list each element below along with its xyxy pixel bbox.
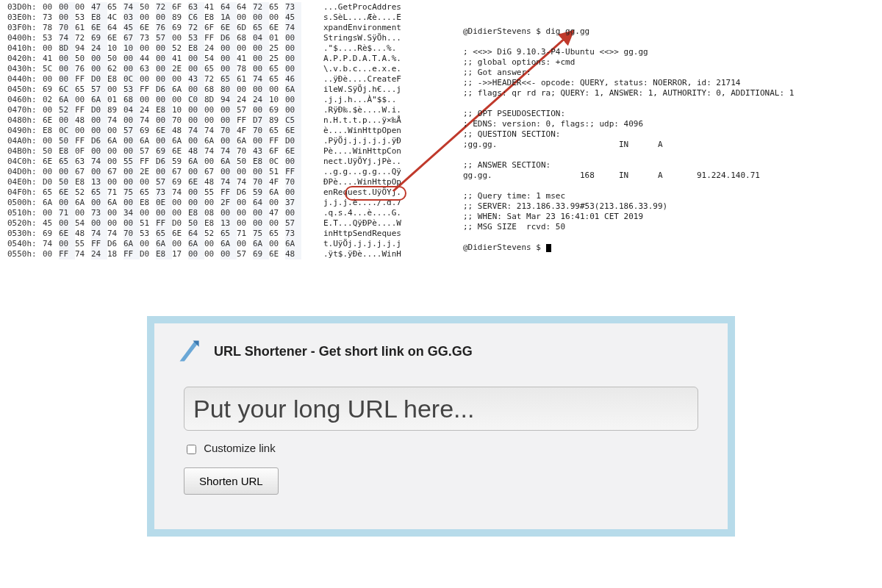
- hex-ascii: E.T...QÿÐPè....W: [323, 218, 434, 229]
- hex-row: 0430h:5C007600620063002E00650078006500\.…: [7, 64, 448, 74]
- terminal-line: [463, 232, 875, 243]
- terminal-line: ;; QUESTION SECTION:: [463, 129, 875, 140]
- hex-bytes: D050E81300000057696E487474704F70: [43, 177, 323, 187]
- hex-address: 0550h:: [7, 249, 43, 259]
- ggg-logo-icon: [176, 338, 203, 365]
- hex-ascii: j.j.j.è..../.d.7: [323, 198, 434, 208]
- terminal-line: [463, 37, 875, 47]
- hex-ascii: è....WinHttpOpen: [323, 126, 434, 136]
- hex-row: 0500h:6A006A006A00E80E0000002F00640037j.…: [7, 198, 448, 208]
- shortener-title: URL Shortener - Get short link on GG.GG: [214, 344, 473, 359]
- hex-ascii: n.H.t.t.p...ÿ×‰Å: [323, 115, 434, 126]
- hex-address: 04D0h:: [7, 167, 43, 177]
- hex-ascii: ..ÿÐè....CreateF: [323, 74, 434, 85]
- hex-bytes: 0000670067002E0067006700000051FF: [43, 167, 323, 177]
- hex-bytes: 0000FFD0E80C00000043726561746546: [43, 74, 323, 85]
- customize-link-option[interactable]: Customize link: [184, 442, 276, 454]
- hex-ascii: .ÿt$.ÿÐè....WinH: [323, 249, 434, 259]
- terminal-line: ;; flags: qr rd ra; QUERY: 1, ANSWER: 1,…: [463, 88, 875, 98]
- hex-ascii: .RÿÐ‰.$è....W.i.: [323, 105, 434, 115]
- hex-ascii: ÐPè....WinHttpOp: [323, 177, 434, 187]
- hex-row: 03E0h:730053E84C03000089C6E81A00000045s.…: [7, 12, 448, 23]
- hex-dump-panel: 03D0h:00000047657450726F63416464726573..…: [7, 2, 448, 259]
- terminal-line: ; EDNS: version: 0, flags:; udp: 4096: [463, 119, 875, 129]
- hex-row: 0460h:026A006A0168000000C08D9424241000.j…: [7, 95, 448, 105]
- terminal-line: @DidierStevens $ dig gg.gg: [463, 26, 875, 37]
- hex-row: 0410h:008D94241010000052E8240000002500."…: [7, 43, 448, 54]
- hex-bytes: 0052FFD0890424E81000000057006900: [43, 105, 323, 115]
- hex-address: 04A0h:: [7, 136, 43, 146]
- hex-bytes: 5C007600620063002E00650078006500: [43, 64, 323, 74]
- terminal-line: ;; ANSWER SECTION:: [463, 160, 875, 171]
- hex-ascii: .q.s.4...è....G.: [323, 208, 434, 218]
- hex-ascii: .PÿÖj.j.j.j.j.ÿÐ: [323, 136, 434, 146]
- hex-bytes: 50E80F00000057696E48747470436F6E: [43, 146, 323, 157]
- terminal-cursor: [546, 244, 551, 252]
- hex-ascii: s.SèL....Æè....E: [323, 12, 434, 23]
- hex-address: 0450h:: [7, 85, 43, 95]
- hex-row: 0530h:696E4874747053656E64526571756573in…: [7, 229, 448, 239]
- hex-address: 0400h:: [7, 33, 43, 43]
- hex-bytes: 00FF742418FFD0E81700000057696E48: [43, 249, 323, 259]
- hex-address: 0420h:: [7, 54, 43, 64]
- hex-ascii: inHttpSendReques: [323, 229, 434, 239]
- hex-address: 03D0h:: [7, 2, 43, 12]
- hex-address: 0440h:: [7, 74, 43, 85]
- hex-address: 0540h:: [7, 239, 43, 249]
- customize-link-checkbox[interactable]: [187, 445, 196, 454]
- hex-bytes: 007100730034000000E8080000004700: [43, 208, 323, 218]
- terminal-line: [463, 150, 875, 160]
- hex-bytes: 6E0048007400740070000000FFD789C5: [43, 115, 323, 126]
- hex-ascii: xpandEnvironment: [323, 23, 434, 33]
- terminal-line: ;gg.gg. IN A: [463, 140, 875, 150]
- hex-bytes: 0050FFD66A006A006A006A006A00FFD0: [43, 136, 323, 146]
- hex-ascii: .j.j.h...À"$$..: [323, 95, 434, 105]
- terminal-line: ;; global options: +cmd: [463, 57, 875, 68]
- hex-bytes: 696E4874747053656E64526571756573: [43, 229, 323, 239]
- hex-row: 04C0h:6E6563740055FFD6596A006A50E80C00ne…: [7, 157, 448, 167]
- terminal-line: ;; SERVER: 213.186.33.99#53(213.186.33.9…: [463, 201, 875, 212]
- hex-row: 0520h:45005400000051FFD050E81300000057E.…: [7, 218, 448, 229]
- hex-address: 0470h:: [7, 105, 43, 115]
- hex-ascii: StringsW.SÿÖh...: [323, 33, 434, 43]
- hex-address: 04B0h:: [7, 146, 43, 157]
- hex-bytes: 740055FFD66A006A006A006A006A006A: [43, 239, 323, 249]
- hex-bytes: 537472696E6773570053FFD668040100: [43, 33, 323, 43]
- hex-bytes: 026A006A0168000000C08D9424241000: [43, 95, 323, 105]
- hex-row: 0420h:41005000500044004100540041002500A.…: [7, 54, 448, 64]
- hex-row: 0470h:0052FFD0890424E81000000057006900.R…: [7, 105, 448, 115]
- hex-ascii: ."$....Rè$...%.: [323, 43, 434, 54]
- url-shortener-card: URL Shortener - Get short link on GG.GG …: [147, 316, 735, 537]
- hex-row: 04A0h:0050FFD66A006A006A006A006A00FFD0.P…: [7, 136, 448, 146]
- terminal-output: @DidierStevens $ dig gg.gg ; <<>> DiG 9.…: [463, 26, 875, 253]
- hex-address: 0530h:: [7, 229, 43, 239]
- hex-bytes: 730053E84C03000089C6E81A00000045: [43, 12, 323, 23]
- terminal-line: ;; OPT PSEUDOSECTION:: [463, 109, 875, 119]
- terminal-line: @DidierStevens $: [463, 243, 875, 253]
- shorten-url-button[interactable]: Shorten URL: [184, 467, 279, 495]
- hex-address: 04E0h:: [7, 177, 43, 187]
- hex-address: 0520h:: [7, 218, 43, 229]
- hex-row: 04D0h:0000670067002E0067006700000051FF..…: [7, 167, 448, 177]
- hex-address: 03F0h:: [7, 23, 43, 33]
- hex-row: 04F0h:656E526571756573740055FFD6596A00en…: [7, 187, 448, 198]
- hex-ascii: A.P.P.D.A.T.A.%.: [323, 54, 434, 64]
- shortener-header: URL Shortener - Get short link on GG.GG: [154, 323, 728, 372]
- hex-ascii: nect.UÿÖYj.jPè..: [323, 157, 434, 167]
- hex-row: 0540h:740055FFD66A006A006A006A006A006At.…: [7, 239, 448, 249]
- hex-ascii: \.v.b.c...e.x.e.: [323, 64, 434, 74]
- hex-row: 0400h:537472696E6773570053FFD668040100St…: [7, 33, 448, 43]
- hex-row: 0450h:696C65570053FFD66A0068800000006Ail…: [7, 85, 448, 95]
- hex-ascii: Pè....WinHttpCon: [323, 146, 434, 157]
- long-url-input[interactable]: [184, 387, 698, 431]
- hex-ascii: t.UÿÖj.j.j.j.j.j: [323, 239, 434, 249]
- hex-bytes: 6A006A006A00E80E0000002F00640037: [43, 198, 323, 208]
- hex-ascii: enRequest.UÿÖYj.: [323, 187, 434, 198]
- hex-row: 0510h:007100730034000000E8080000004700.q…: [7, 208, 448, 218]
- hex-address: 0480h:: [7, 115, 43, 126]
- terminal-line: ;; Query time: 1 msec: [463, 191, 875, 201]
- terminal-line: ;; MSG SIZE rcvd: 50: [463, 222, 875, 232]
- hex-address: 0430h:: [7, 64, 43, 74]
- hex-address: 0510h:: [7, 208, 43, 218]
- svg-marker-1: [180, 341, 198, 362]
